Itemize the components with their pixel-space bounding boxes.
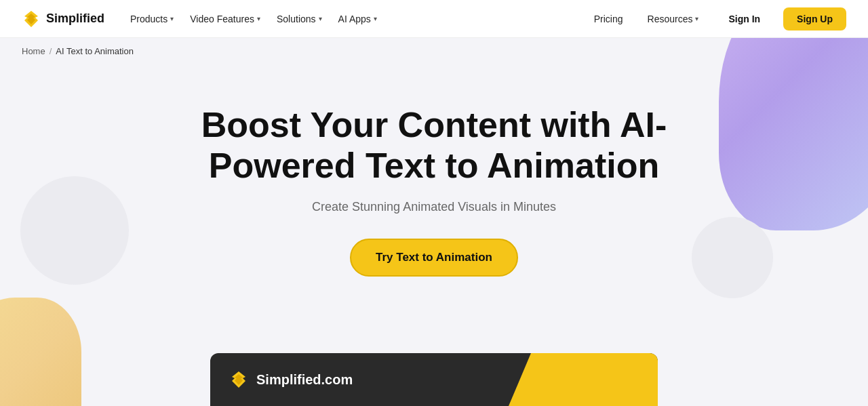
hero-cta-button[interactable]: Try Text to Animation [350,239,518,277]
nav-items: Products ▾ Video Features ▾ Solutions ▾ … [123,9,384,28]
navbar-left: Simplified Products ▾ Video Features ▾ S… [22,9,384,28]
nav-products[interactable]: Products ▾ [123,9,180,28]
logo-icon [22,9,41,28]
preview-logo-text: Simplified.com [256,372,353,388]
nav-video-features[interactable]: Video Features ▾ [183,9,267,28]
preview-yellow-section [509,353,658,406]
hero-subtitle: Create Stunning Animated Visuals in Minu… [312,200,556,214]
nav-pricing[interactable]: Pricing [587,9,630,28]
navbar-right: Pricing Resources ▾ Sign In Sign Up [587,7,846,31]
logo[interactable]: Simplified [22,9,104,28]
breadcrumb-separator: / [50,46,52,56]
products-chevron-icon: ▾ [170,15,174,22]
navbar: Simplified Products ▾ Video Features ▾ S… [0,0,868,38]
solutions-chevron-icon: ▾ [319,15,322,22]
breadcrumb: Home / AI Text to Animation [0,38,868,64]
nav-ai-apps[interactable]: AI Apps ▾ [332,9,384,28]
bottom-preview-card: Simplified.com [210,353,658,406]
bg-blob-left-bottom [0,298,81,406]
preview-logo-icon [229,370,248,389]
hero-section: Boost Your Content with AI-Powered Text … [0,64,868,297]
signin-button[interactable]: Sign In [716,8,772,30]
signup-button[interactable]: Sign Up [783,7,846,31]
nav-resources[interactable]: Resources ▾ [641,9,706,28]
preview-dark-section: Simplified.com [210,370,509,389]
nav-solutions[interactable]: Solutions ▾ [270,9,329,28]
breadcrumb-home[interactable]: Home [22,46,45,56]
resources-chevron-icon: ▾ [695,15,698,22]
ai-apps-chevron-icon: ▾ [374,15,377,22]
hero-title: Boost Your Content with AI-Powered Text … [170,105,698,186]
breadcrumb-current: AI Text to Animation [56,46,134,56]
logo-text: Simplified [46,12,104,26]
video-features-chevron-icon: ▾ [257,15,260,22]
